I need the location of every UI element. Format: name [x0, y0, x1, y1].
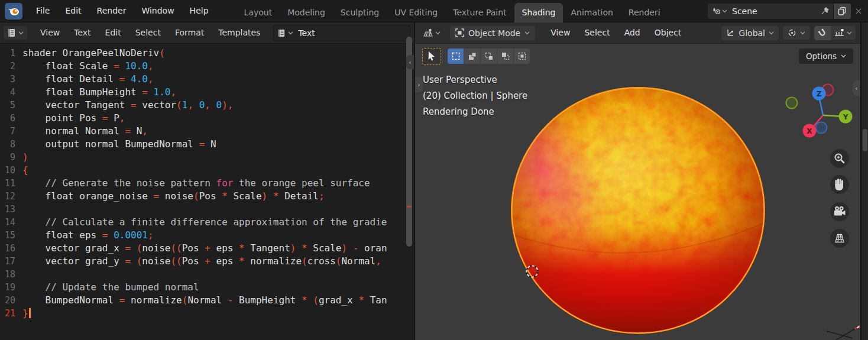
text-editor-scrollbar[interactable] [406, 37, 412, 336]
adjacent-region-edge[interactable] [860, 22, 868, 340]
line-number: 6 [0, 112, 15, 125]
blender-logo-button[interactable] [5, 3, 22, 20]
tweak-tool-button[interactable] [422, 48, 441, 65]
rendered-sphere[interactable] [508, 84, 768, 337]
code-line-3[interactable]: 3 float Detail = 4.0, [0, 73, 414, 86]
code-area[interactable]: 1shader OrangePeelNoDeriv(2 float Scale … [0, 44, 414, 340]
topbar-menu-render[interactable]: Render [89, 6, 134, 15]
code-line-21[interactable]: 21} [0, 307, 414, 320]
viewport-menu-select[interactable]: Select [577, 22, 617, 43]
code-line-18[interactable]: 18 [0, 268, 414, 281]
code-line-6[interactable]: 6 point Pos = P, [0, 112, 414, 125]
navigation-gizmo[interactable]: Z Y X [779, 79, 860, 144]
topbar-menu-window[interactable]: Window [134, 6, 182, 15]
viewport-menu-add[interactable]: Add [617, 22, 647, 43]
scene-widget: Scene [707, 3, 866, 20]
text-menu-text[interactable]: Text [67, 22, 98, 43]
workspace-tab-sculpting[interactable]: Sculpting [333, 3, 387, 22]
text-menu-format[interactable]: Format [168, 22, 211, 43]
select-mode-set-button[interactable] [448, 48, 464, 64]
mode-selector[interactable]: Object Mode [450, 26, 535, 40]
zoom-button[interactable] [830, 149, 849, 168]
workspace-tab-animation[interactable]: Animation [563, 3, 620, 22]
line-number: 8 [0, 138, 15, 151]
code-line-16[interactable]: 16 vector grad_x = (noise((Pos + eps * T… [0, 242, 414, 255]
workspace-tab-layout[interactable]: Layout [237, 3, 280, 22]
code-line-15[interactable]: 15 float eps = 0.0001; [0, 229, 414, 242]
transform-orientation-selector[interactable]: Global [721, 26, 779, 40]
text-menu-view[interactable]: View [33, 22, 67, 43]
code-line-9[interactable]: 9) [0, 151, 414, 164]
gizmo-axis-y[interactable]: Y [839, 110, 853, 124]
workspace-tab-renderi[interactable]: Renderi [621, 3, 668, 22]
viewport-menu-object[interactable]: Object [647, 22, 689, 43]
code-line-10[interactable]: 10{ [0, 164, 414, 177]
toolbar-expand-handle[interactable]: › [415, 77, 423, 92]
text-menu-select[interactable]: Select [128, 22, 168, 43]
snap-toggle-button[interactable] [814, 26, 831, 40]
options-button[interactable]: Options [799, 48, 853, 64]
editor-type-selector[interactable] [420, 26, 444, 40]
code-line-13[interactable]: 13 [0, 203, 414, 216]
gizmo-axis-x[interactable]: X [803, 124, 817, 138]
text-editor-region-toggle[interactable]: ‹ [406, 55, 414, 69]
scene-icon [711, 7, 722, 16]
line-number: 20 [0, 294, 15, 307]
snap-target-selector[interactable] [831, 26, 856, 40]
new-scene-button[interactable] [834, 3, 851, 20]
pivot-point-selector[interactable] [783, 26, 810, 40]
line-number: 17 [0, 255, 15, 268]
code-line-19[interactable]: 19 // Update the bumped normal [0, 281, 414, 294]
code-line-12[interactable]: 12 float orange_noise = noise(Pos * Scal… [0, 190, 414, 203]
editor-type-selector[interactable] [4, 26, 27, 40]
chevron-down-icon [524, 31, 530, 35]
code-line-8[interactable]: 8 output normal BumpedNormal = N [0, 138, 414, 151]
code-line-5[interactable]: 5 vector Tangent = vector(1, 0, 0), [0, 99, 414, 112]
topbar-menu-help[interactable]: Help [182, 6, 216, 15]
code-line-11[interactable]: 11 // Generate the noise pattern for the… [0, 177, 414, 190]
text-datablock-selector[interactable]: Text [273, 25, 410, 41]
unlink-scene-button[interactable] [851, 8, 866, 15]
gizmo-axis-neg-z[interactable] [816, 122, 827, 134]
text-menu-templates[interactable]: Templates [211, 22, 267, 43]
perspective-toggle-button[interactable] [830, 229, 849, 248]
select-mode-subtract-button[interactable] [481, 48, 497, 64]
viewport-canvas[interactable]: Options User Perspective(20) Collection … [415, 44, 860, 339]
scene-selector[interactable]: Scene [707, 3, 834, 20]
select-mode-intersect-button[interactable] [514, 48, 530, 64]
code-line-20[interactable]: 20 BumpedNormal = normalize(Normal - Bum… [0, 294, 414, 307]
select-set-icon [452, 52, 460, 60]
viewport-menu-view[interactable]: View [543, 22, 577, 43]
topbar: FileEditRenderWindowHelp LayoutModelingS… [0, 0, 868, 22]
pin-icon[interactable] [821, 7, 830, 15]
code-line-1[interactable]: 1shader OrangePeelNoDeriv( [0, 47, 414, 60]
code-line-17[interactable]: 17 vector grad_y = (noise((Pos + eps * n… [0, 255, 414, 268]
topbar-menu-file[interactable]: File [28, 6, 57, 15]
text-editor-menus: ViewTextEditSelectFormatTemplates [33, 22, 267, 43]
mode-label: Object Mode [468, 28, 520, 38]
topbar-menu-edit[interactable]: Edit [57, 6, 89, 15]
workspace-tab-modeling[interactable]: Modeling [280, 3, 333, 22]
workspace-tab-uv-editing[interactable]: UV Editing [387, 3, 445, 22]
text-cursor [29, 308, 31, 318]
camera-view-button[interactable] [830, 202, 849, 221]
line-number: 13 [0, 203, 15, 216]
text-datablock-icon [277, 29, 286, 37]
code-line-7[interactable]: 7 normal Normal = N, [0, 125, 414, 138]
select-mode-invert-button[interactable] [497, 48, 513, 64]
gizmo-axis-neg-y[interactable] [786, 98, 798, 109]
code-line-14[interactable]: 14 // Calculate a finite difference appr… [0, 216, 414, 229]
pan-hand-button[interactable] [830, 175, 849, 194]
workspace-tab-texture-paint[interactable]: Texture Paint [445, 3, 514, 22]
text-datablock-name[interactable]: Text [298, 28, 315, 38]
cursor-arrow-icon [427, 51, 436, 61]
text-menu-edit[interactable]: Edit [98, 22, 128, 43]
workspace-tab-shading[interactable]: Shading [514, 3, 563, 22]
gizmo-axis-z[interactable]: Z [812, 87, 826, 101]
scene-name[interactable]: Scene [732, 7, 821, 16]
select-mode-extend-button[interactable] [464, 48, 480, 64]
chevron-down-icon [18, 31, 24, 35]
region-scrollbar-thumb[interactable] [863, 129, 867, 151]
code-line-4[interactable]: 4 float BumpHeight = 1.0, [0, 86, 414, 99]
code-line-2[interactable]: 2 float Scale = 10.0, [0, 60, 414, 73]
